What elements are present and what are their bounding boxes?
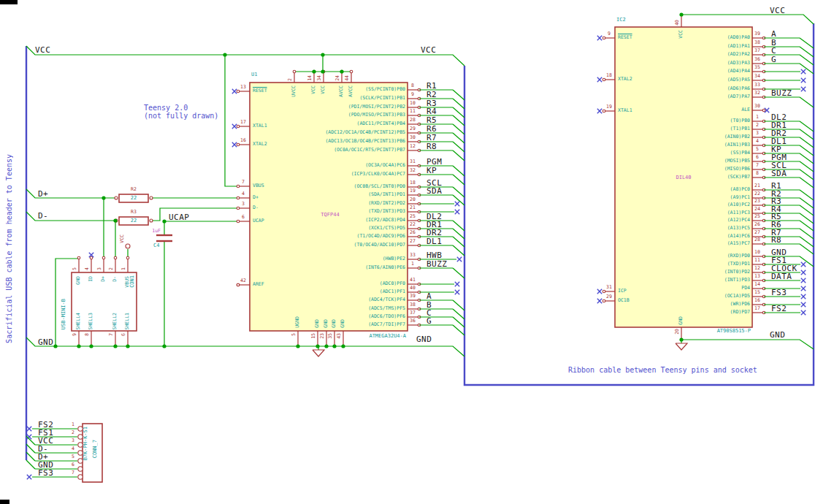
pin-name: (TXD)PD1 bbox=[640, 261, 750, 267]
junction-dot bbox=[340, 69, 343, 73]
pin-name: (ADC7/TDI)PF7 bbox=[288, 322, 405, 327]
pin-number: 14 bbox=[752, 282, 763, 287]
component-value: ATMEGA32U4-A bbox=[348, 334, 406, 339]
bus-entry bbox=[453, 175, 464, 185]
pin-number: 2 bbox=[288, 78, 293, 81]
pin-name: (A10)PC2 bbox=[640, 202, 750, 207]
pin-name: D+ bbox=[253, 195, 259, 200]
pin-number: 1 bbox=[752, 115, 763, 120]
note-teensy: Teensy 2.0 bbox=[144, 104, 188, 112]
pin-number: 13 bbox=[752, 274, 763, 279]
pin-name: UCAP bbox=[253, 218, 264, 224]
pin-number: 14 bbox=[307, 75, 313, 81]
pin-end bbox=[237, 90, 240, 93]
pin-number: 43 bbox=[337, 333, 342, 339]
pin-name: SHELL3 bbox=[88, 313, 93, 329]
pin-number: 27 bbox=[407, 239, 418, 244]
pin-number: 27 bbox=[752, 230, 763, 235]
pin-name: (AD4)PA4 bbox=[640, 69, 750, 74]
pin-number: 28 bbox=[407, 118, 418, 123]
junction-dot bbox=[312, 69, 316, 73]
net-label-dl1: DL1 bbox=[427, 237, 442, 245]
pin-name: (OC3A/OC4A)PC6 bbox=[288, 163, 405, 168]
note-left-margin: Sacrificial USB cable from header to Tee… bbox=[6, 154, 13, 343]
component-ref: R2 bbox=[119, 187, 148, 192]
pin-number: 3 bbox=[64, 438, 74, 443]
pin-end bbox=[77, 256, 80, 259]
pin-name: XTAL2 bbox=[618, 77, 632, 82]
pin-name: (OC0A/OC1C/RTS/PCINT7)PB7 bbox=[288, 148, 405, 153]
gnd-symbol bbox=[313, 350, 324, 356]
pin-name: D- bbox=[112, 276, 118, 282]
pin-end bbox=[150, 196, 153, 199]
pin-number: 33 bbox=[752, 83, 763, 88]
pin-name: (ICP2/ADC8)PD4 bbox=[288, 218, 405, 223]
vcc-symbol-label: VCC bbox=[120, 234, 125, 243]
pin-end bbox=[237, 185, 240, 188]
net-label-r1: R1 bbox=[427, 82, 437, 90]
net-label-gnd: GND bbox=[416, 335, 432, 343]
bus-entry bbox=[800, 97, 814, 107]
pin-end bbox=[237, 220, 240, 223]
pin-name: (T1)PB1 bbox=[640, 126, 750, 131]
pin-name: (SCK)PB7 bbox=[640, 175, 750, 180]
pin-number: 34 bbox=[317, 75, 322, 81]
junction-dot bbox=[321, 53, 324, 56]
bus-entry bbox=[800, 121, 814, 131]
bus-entry bbox=[453, 317, 464, 327]
junction-dot bbox=[77, 344, 80, 348]
component-value: 22 bbox=[119, 218, 148, 224]
pin-number: 20 bbox=[407, 197, 418, 202]
pin-number: 19 bbox=[407, 188, 418, 194]
pin-name: AREF bbox=[253, 282, 264, 287]
wire bbox=[151, 208, 238, 221]
pin-name: RESET bbox=[253, 88, 267, 93]
pin-number: 38 bbox=[407, 302, 418, 308]
pin-number: 5 bbox=[64, 454, 74, 459]
junction-dot bbox=[126, 344, 129, 348]
pin-number: 1 bbox=[64, 422, 74, 427]
net-label-r7: R7 bbox=[427, 134, 437, 142]
pin-number: 4 bbox=[752, 139, 763, 144]
pin-number: 9 bbox=[407, 92, 418, 97]
pin-name: XTAL2 bbox=[253, 142, 267, 147]
pin-name: (INT6/AIN0)PE6 bbox=[288, 265, 405, 270]
pin-name: (ADC13/OC1B/OC4B/PCINT13)PB6 bbox=[288, 139, 405, 144]
net-label-dr2: DR2 bbox=[427, 229, 442, 237]
pin-number: 31 bbox=[603, 285, 615, 290]
pin-name: XTAL1 bbox=[253, 123, 267, 129]
pin-number: 41 bbox=[407, 278, 418, 283]
pin-number: 2 bbox=[64, 430, 74, 435]
net-label-buzz: BUZZ bbox=[427, 260, 448, 268]
pin-number: 4 bbox=[64, 446, 74, 451]
pin-name: (SS)PB4 bbox=[640, 150, 750, 156]
pin-end bbox=[603, 110, 605, 112]
pin-name: (A8)PC0 bbox=[640, 187, 750, 192]
pin-number: 28 bbox=[752, 237, 763, 243]
net-label-pgm: PGM bbox=[427, 158, 442, 166]
pin-number: 6 bbox=[64, 462, 74, 467]
pin-end bbox=[350, 70, 353, 73]
net-label-fs3: FS3 bbox=[771, 289, 787, 297]
net-label-c: C bbox=[771, 47, 776, 55]
bus-entry bbox=[453, 221, 464, 231]
net-label-gnd: GND bbox=[38, 338, 53, 346]
pin-number: 29 bbox=[407, 126, 418, 131]
pin-name: (AIN0)PB2 bbox=[640, 134, 750, 140]
pin-name: PD4 bbox=[640, 286, 750, 291]
pin-number: 9 bbox=[72, 333, 77, 336]
pin-number: 5 bbox=[291, 333, 297, 336]
pin-number: 3 bbox=[237, 202, 249, 207]
net-label-hwb: HWB bbox=[427, 251, 442, 259]
pin-end bbox=[102, 256, 105, 259]
bus-entry bbox=[453, 90, 464, 100]
bus-entry bbox=[453, 166, 464, 176]
pin-name: (ADC4/TCK)PF4 bbox=[288, 297, 405, 302]
pin-name: (PDO/MISO/PCINT3)PB3 bbox=[288, 112, 405, 118]
bus-entry bbox=[800, 229, 814, 239]
junction-dot bbox=[113, 218, 117, 222]
pin-name: (AD5)PA5 bbox=[640, 77, 750, 83]
bus-entry bbox=[800, 190, 814, 200]
bus-entry bbox=[453, 325, 464, 335]
pin-name: (RXD/INT2)PD2 bbox=[288, 201, 405, 206]
